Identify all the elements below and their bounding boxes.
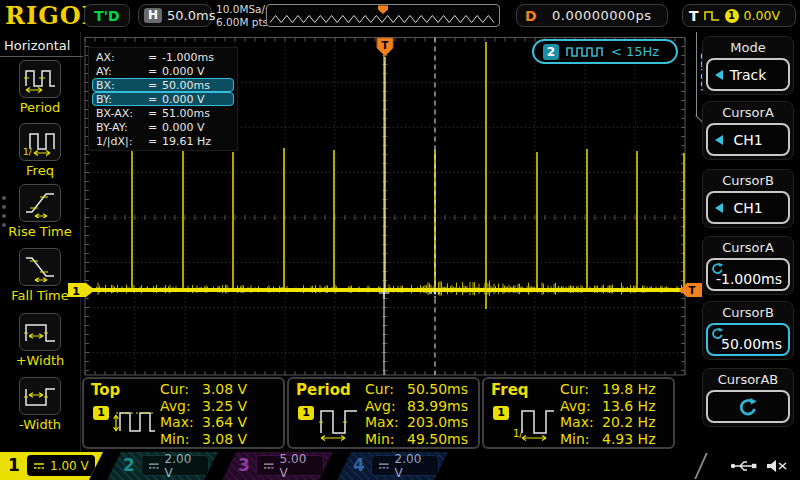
trigger-icon: T: [689, 8, 699, 24]
sidebar-item-freq[interactable]: 1/ Freq: [0, 123, 80, 178]
scroll-dot: [2, 223, 6, 227]
trigger-position-marker[interactable]: T: [377, 38, 393, 56]
menu-item-mode[interactable]: Mode Track: [702, 36, 794, 95]
measurement-values: Cur:50.50ms Avg:83.99ms Max:203.0ms Min:…: [365, 381, 468, 447]
rise-time-icon: [19, 184, 61, 222]
channel-3-tab[interactable]: 3 5.00 V: [220, 452, 334, 480]
menu-item-cursor-a-position[interactable]: CursorA -1.000ms: [702, 236, 794, 295]
menu-item-cursor-ab[interactable]: CursorAB: [702, 368, 794, 427]
menu-item-cursor-b-position[interactable]: CursorB 50.00ms: [702, 301, 794, 360]
menu-item-cursor-b-source[interactable]: CursorB CH1: [702, 169, 794, 228]
readout-row-ay: AY:=0.000 V: [92, 64, 234, 78]
measurement-box-freq[interactable]: Freq 1 1/ Cur:19.8 Hz Avg:13.6 Hz Max:20…: [482, 377, 675, 449]
oscilloscope-ui: RIGOL T'D H 50.0ms 10.0MSa/s 6.00M pts D…: [0, 0, 800, 480]
trigger-source-badge: 1: [725, 9, 739, 23]
dc-coupling-icon: [378, 461, 390, 471]
measurement-box-top[interactable]: Top 1 Cur:3.08 V Avg:3.25 V Max:3.64 V M…: [82, 377, 285, 449]
channel-1-scale: 1.00 V: [27, 455, 95, 476]
speaker-muted-icon: [766, 459, 788, 473]
dc-coupling-icon: [263, 461, 275, 471]
channel-1-badge: 1: [298, 406, 314, 420]
svg-text:1/: 1/: [513, 428, 523, 439]
sidebar-item-minus-width[interactable]: -Width: [0, 377, 80, 432]
system-icons: [730, 452, 796, 480]
readout-row-inv-dx: 1/|dX|:=19.61 Hz: [92, 134, 234, 148]
left-triangle-icon: [715, 203, 723, 213]
period-measurement-icon: [317, 401, 361, 445]
measurement-values: Cur:19.8 Hz Avg:13.6 Hz Max:20.2 Hz Min:…: [560, 381, 656, 447]
horizontal-icon: H: [144, 8, 162, 23]
fall-time-icon: [19, 248, 61, 286]
memory-depth: 6.00M pts: [216, 16, 271, 29]
menu-value-cursor-ab: [706, 390, 790, 423]
channel-4-scale: 2.00 V: [371, 455, 439, 476]
waveform-preview-bar[interactable]: [266, 4, 500, 27]
minus-width-icon: [19, 377, 61, 415]
top-measurement-icon: [112, 401, 156, 445]
channel-status-bar: 1 1.00 V 2 2.00 V 3: [0, 452, 800, 480]
delay-display[interactable]: D 0.00000000ps: [516, 4, 668, 27]
timebase-display[interactable]: H 50.0ms: [138, 4, 212, 27]
dc-coupling-icon: [33, 461, 45, 471]
status-divider: [694, 453, 722, 479]
sidebar-title: Horizontal: [0, 36, 83, 57]
scroll-dot: [2, 205, 6, 209]
channel-2-badge: 2: [543, 44, 559, 60]
sidebar-item-period[interactable]: Period: [0, 60, 80, 115]
sidebar-item-rise-time[interactable]: Rise Time: [0, 184, 80, 239]
scroll-dot: [2, 214, 6, 218]
trigger-status-badge: T'D: [84, 4, 130, 27]
sidebar-item-label: +Width: [0, 353, 80, 368]
readout-row-bx: BX:=50.00ms: [92, 78, 234, 92]
menu-value-cursor-a-source: CH1: [706, 123, 790, 156]
channel-3-scale: 5.00 V: [256, 455, 324, 476]
plus-width-icon: [19, 313, 61, 351]
trigger-info[interactable]: T 1 0.00V: [682, 4, 796, 27]
menu-item-cursor-a-source[interactable]: CursorA CH1: [702, 101, 794, 160]
channel-1-badge: 1: [93, 406, 109, 420]
sample-rate: 10.0MSa/s: [216, 3, 271, 16]
channel-2-scale: 2.00 V: [141, 455, 209, 476]
channel-4-tab[interactable]: 4 2.00 V: [335, 452, 449, 480]
period-icon: [19, 60, 61, 98]
sidebar-item-plus-width[interactable]: +Width: [0, 313, 80, 368]
sidebar-item-label: Period: [0, 100, 80, 115]
pulse-train-icon: [566, 45, 604, 58]
readout-row-bxax: BX-AX:=51.00ms: [92, 106, 234, 120]
sidebar-item-label: Rise Time: [0, 224, 80, 239]
channel-1-tab[interactable]: 1 1.00 V: [0, 452, 104, 480]
readout-row-by: BY:=0.000 V: [92, 92, 234, 106]
top-status-bar: RIGOL T'D H 50.0ms 10.0MSa/s 6.00M pts D…: [0, 0, 800, 32]
acquisition-info: 10.0MSa/s 6.00M pts: [216, 3, 271, 29]
menu-value-cursor-b-source: CH1: [706, 191, 790, 224]
measurement-box-period[interactable]: Period 1 Cur:50.50ms Avg:83.99ms Max:203…: [287, 377, 480, 449]
freq-measurement-icon: 1/: [512, 401, 556, 445]
cursor-menu: Cursor Mode Track CursorA CH1 CursorB CH…: [695, 32, 800, 452]
trigger-level-value: 0.00V: [744, 8, 780, 23]
channel-2-tab[interactable]: 2 2.00 V: [105, 452, 219, 480]
menu-value-cursor-b-position: 50.00ms: [706, 323, 790, 356]
sidebar-item-fall-time[interactable]: Fall Time: [0, 248, 80, 303]
sidebar-item-label: Fall Time: [0, 288, 80, 303]
menu-value-mode: Track: [706, 58, 790, 91]
delay-icon: D: [525, 8, 537, 24]
low-freq-badge: 2 < 15Hz: [532, 39, 678, 64]
svg-text:T: T: [382, 40, 389, 51]
readout-row-byay: BY-AY:=0.000 V: [92, 120, 234, 134]
usb-icon: [730, 459, 758, 473]
freq-icon: 1/: [19, 123, 61, 161]
preview-waveform: [267, 5, 499, 26]
readout-row-ax: AX:=-1.000ms: [92, 50, 234, 64]
preview-trigger-marker: [378, 6, 388, 15]
left-triangle-icon: [715, 135, 723, 145]
rotate-knob-icon: [738, 397, 758, 417]
measurement-values: Cur:3.08 V Avg:3.25 V Max:3.64 V Min:3.0…: [160, 381, 247, 447]
timebase-value: 50.0ms: [167, 8, 215, 23]
delay-value: 0.00000000ps: [545, 8, 659, 23]
sidebar-item-label: Freq: [0, 163, 80, 178]
dc-coupling-icon: [148, 461, 160, 471]
cursor-readout-panel: AX:=-1.000ms AY:=0.000 V BX:=50.00ms BY:…: [88, 47, 238, 151]
left-triangle-icon: [715, 70, 723, 80]
menu-value-cursor-a-position: -1.000ms: [706, 258, 790, 291]
trigger-slope-icon: [704, 10, 720, 22]
